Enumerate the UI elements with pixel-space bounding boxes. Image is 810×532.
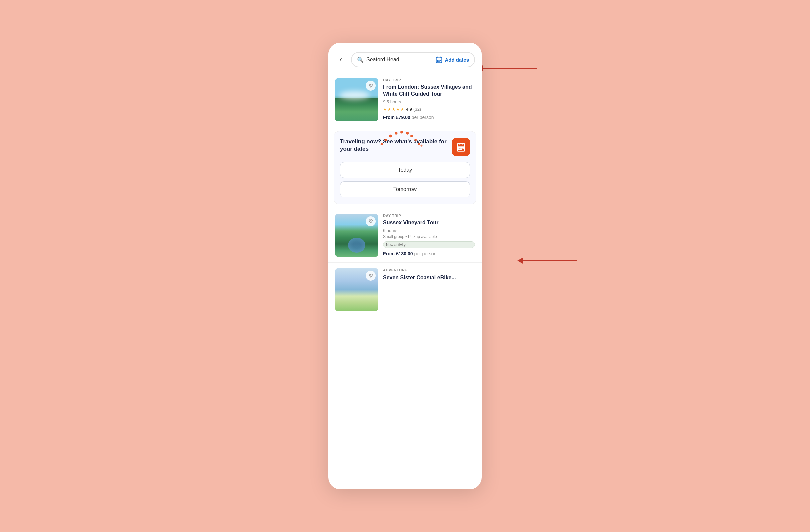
listing-card-coastal: ♡ ADVENTURE Seven Sister Coastal eBike..… bbox=[328, 263, 482, 317]
today-button[interactable]: Today bbox=[340, 162, 470, 178]
dots-arc-decoration bbox=[377, 129, 424, 147]
listing-card-vineyard: ♡ DAY TRIP Sussex Vineyard Tour 6 hours … bbox=[328, 208, 482, 263]
calendar-badge-icon bbox=[456, 142, 466, 152]
svg-point-7 bbox=[438, 61, 438, 62]
listing-duration: 9.5 hours bbox=[383, 99, 475, 104]
new-activity-badge: New activity bbox=[383, 241, 475, 248]
rating-number: 4.9 bbox=[406, 107, 412, 112]
svg-point-5 bbox=[439, 60, 440, 61]
heart-icon: ♡ bbox=[369, 273, 373, 278]
add-dates-underline bbox=[440, 67, 470, 67]
svg-point-4 bbox=[438, 60, 438, 61]
svg-point-26 bbox=[458, 149, 459, 150]
arrow-line bbox=[523, 260, 577, 261]
svg-point-11 bbox=[389, 135, 392, 137]
add-dates-button[interactable]: Add dates bbox=[435, 56, 469, 63]
back-button[interactable]: ‹ bbox=[335, 54, 347, 66]
listing-title: Sussex Vineyard Tour bbox=[383, 219, 475, 226]
listing-card: ♡ DAY TRIP From London: Sussex Villages … bbox=[328, 72, 482, 127]
search-icon: 🔍 bbox=[357, 57, 364, 63]
listing-image-cliffs: ♡ bbox=[335, 78, 378, 121]
page-wrapper: ‹ 🔍 Seaford Head bbox=[0, 0, 810, 532]
arrow-line bbox=[483, 68, 537, 69]
price-value: From £79.00 bbox=[383, 115, 410, 120]
listing-type-badge: ADVENTURE bbox=[383, 268, 475, 272]
rating-row: ★★★★★ 4.9 (32) bbox=[383, 107, 475, 112]
listing-price: From £130.00 per person bbox=[383, 251, 475, 256]
svg-point-24 bbox=[461, 147, 462, 148]
add-dates-text: Add dates bbox=[445, 57, 469, 63]
price-suffix: per person bbox=[412, 115, 434, 120]
listing-title: From London: Sussex Villages and White C… bbox=[383, 84, 475, 98]
listing-meta: Small group • Pickup available bbox=[383, 234, 475, 239]
svg-point-25 bbox=[463, 147, 464, 148]
favorite-button[interactable]: ♡ bbox=[366, 81, 376, 91]
search-area: ‹ 🔍 Seaford Head bbox=[328, 43, 482, 72]
star-icons: ★★★★★ bbox=[383, 107, 405, 112]
listing-image-coastal: ♡ bbox=[335, 268, 378, 311]
rating-count: (32) bbox=[413, 107, 421, 112]
favorite-button[interactable]: ♡ bbox=[366, 271, 376, 281]
heart-icon: ♡ bbox=[369, 219, 373, 224]
divider bbox=[431, 57, 431, 63]
price-value: From £130.00 bbox=[383, 251, 413, 256]
svg-point-16 bbox=[414, 139, 417, 141]
svg-point-14 bbox=[406, 132, 409, 134]
heart-icon: ♡ bbox=[369, 83, 373, 88]
listing-type-badge: DAY TRIP bbox=[383, 78, 475, 82]
listing-image-vineyard: ♡ bbox=[335, 214, 378, 257]
listing-price: From £79.00 per person bbox=[383, 115, 475, 120]
svg-point-17 bbox=[418, 143, 420, 145]
listing-info-vineyard: DAY TRIP Sussex Vineyard Tour 6 hours Sm… bbox=[383, 214, 475, 257]
app-container: ‹ 🔍 Seaford Head bbox=[328, 43, 482, 489]
listing-info: DAY TRIP From London: Sussex Villages an… bbox=[383, 78, 475, 121]
svg-point-10 bbox=[384, 139, 387, 141]
svg-point-9 bbox=[381, 143, 383, 145]
tomorrow-button[interactable]: Tomorrow bbox=[340, 181, 470, 197]
price-suffix: per person bbox=[414, 251, 436, 256]
svg-point-13 bbox=[400, 131, 403, 133]
favorite-button[interactable]: ♡ bbox=[366, 216, 376, 226]
svg-point-23 bbox=[458, 147, 459, 148]
listing-title: Seven Sister Coastal eBike... bbox=[383, 274, 475, 281]
svg-point-6 bbox=[440, 60, 441, 61]
listing-info-coastal: ADVENTURE Seven Sister Coastal eBike... bbox=[383, 268, 475, 311]
content-area[interactable]: ♡ DAY TRIP From London: Sussex Villages … bbox=[328, 72, 482, 489]
listing-type-badge: DAY TRIP bbox=[383, 214, 475, 217]
svg-point-27 bbox=[461, 149, 462, 150]
arrow-annotation-middle bbox=[517, 257, 577, 264]
calendar-badge bbox=[452, 138, 470, 156]
svg-point-8 bbox=[439, 61, 440, 62]
svg-point-18 bbox=[421, 145, 423, 147]
search-bar[interactable]: 🔍 Seaford Head Add dates bbox=[351, 52, 475, 67]
calendar-icon bbox=[435, 56, 443, 63]
arrow-annotation-top bbox=[477, 65, 537, 72]
date-selector-card: Traveling now? See what's available for … bbox=[334, 131, 476, 204]
svg-point-12 bbox=[395, 132, 397, 134]
listing-duration: 6 hours bbox=[383, 228, 475, 233]
search-query-text: Seaford Head bbox=[366, 57, 427, 63]
back-icon: ‹ bbox=[340, 55, 342, 64]
arrow-head-icon bbox=[517, 257, 523, 264]
svg-point-15 bbox=[410, 135, 413, 137]
